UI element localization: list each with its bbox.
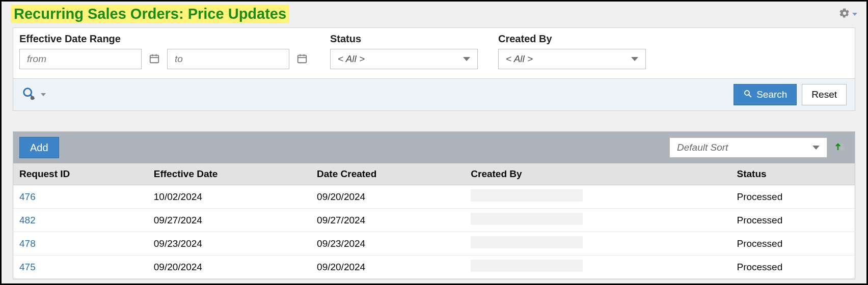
col-status[interactable]: Status (730, 163, 855, 185)
cell-created-by (465, 209, 730, 232)
cell-effective-date: 10/02/2024 (148, 185, 311, 209)
cell-request-id[interactable]: 476 (13, 185, 148, 209)
redacted-block (471, 189, 583, 202)
cell-date-created: 09/20/2024 (311, 255, 465, 279)
created-by-select[interactable]: < All > (498, 49, 646, 69)
table-row: 47610/02/202409/20/2024Processed (13, 185, 855, 209)
svg-rect-0 (150, 55, 159, 63)
cell-request-id[interactable]: 482 (13, 209, 148, 232)
cell-status: Processed (730, 255, 855, 279)
add-button[interactable]: Add (19, 137, 59, 158)
table-row: 48209/27/202409/27/2024Processed (13, 209, 855, 232)
cell-created-by (465, 232, 730, 255)
effective-date-range-label: Effective Date Range (19, 33, 310, 45)
col-effective-date[interactable]: Effective Date (148, 163, 311, 185)
search-button-label: Search (756, 89, 787, 100)
sort-select-value: Default Sort (677, 142, 728, 153)
sort-direction-button[interactable] (831, 139, 849, 156)
search-button[interactable]: Search (734, 84, 797, 105)
cell-date-created: 09/20/2024 (311, 185, 465, 209)
cell-status: Processed (730, 209, 855, 232)
status-label: Status (330, 33, 478, 45)
cell-request-id[interactable]: 475 (13, 255, 148, 279)
search-options-dropdown[interactable] (21, 86, 46, 103)
page-settings-dropdown[interactable] (839, 8, 857, 21)
sort-select[interactable]: Default Sort (669, 137, 827, 158)
chevron-down-icon (631, 57, 638, 61)
col-request-id[interactable]: Request ID (13, 163, 148, 185)
svg-point-11 (745, 91, 749, 95)
chevron-down-icon (463, 57, 470, 61)
col-created-by[interactable]: Created By (465, 163, 730, 185)
table-row: 47809/23/202409/23/2024Processed (13, 232, 855, 255)
svg-point-10 (31, 96, 35, 100)
date-from-calendar-button[interactable] (147, 51, 162, 67)
redacted-block (471, 213, 583, 225)
results-grid: Add Default Sort Request ID Effective Da… (13, 131, 855, 279)
cell-date-created: 09/23/2024 (311, 232, 465, 255)
svg-point-8 (24, 89, 32, 96)
cell-created-by (465, 255, 730, 279)
calendar-icon (296, 53, 308, 66)
table-row: 47509/20/202409/20/2024Processed (13, 255, 855, 279)
cell-effective-date: 09/20/2024 (148, 255, 311, 279)
redacted-block (471, 260, 583, 272)
cell-created-by (465, 185, 730, 209)
redacted-block (471, 236, 583, 248)
page-title: Recurring Sales Orders: Price Updates (11, 5, 289, 23)
date-to-input[interactable] (167, 49, 289, 69)
calendar-icon (149, 53, 160, 66)
created-by-select-value: < All > (506, 53, 533, 65)
status-select[interactable]: < All > (330, 49, 478, 69)
cell-status: Processed (730, 232, 855, 255)
reset-button-label: Reset (811, 89, 837, 100)
chevron-down-icon (852, 13, 857, 16)
cell-date-created: 09/27/2024 (311, 209, 465, 232)
filter-panel: Effective Date Range Status < A (13, 27, 855, 111)
date-from-input[interactable] (19, 49, 142, 69)
search-settings-icon (21, 86, 37, 103)
col-date-created[interactable]: Date Created (311, 163, 465, 185)
status-select-value: < All > (338, 53, 365, 65)
chevron-down-icon (812, 146, 820, 150)
date-to-calendar-button[interactable] (294, 51, 310, 67)
svg-rect-4 (298, 55, 307, 63)
gear-icon (839, 8, 850, 21)
svg-line-12 (749, 95, 751, 97)
reset-button[interactable]: Reset (802, 84, 847, 105)
cell-status: Processed (730, 185, 855, 209)
sort-direction-icon (834, 141, 846, 155)
search-icon (743, 89, 752, 101)
cell-request-id[interactable]: 478 (13, 232, 148, 255)
created-by-label: Created By (498, 33, 646, 45)
cell-effective-date: 09/27/2024 (148, 209, 311, 232)
cell-effective-date: 09/23/2024 (148, 232, 311, 255)
chevron-down-icon (41, 93, 46, 96)
